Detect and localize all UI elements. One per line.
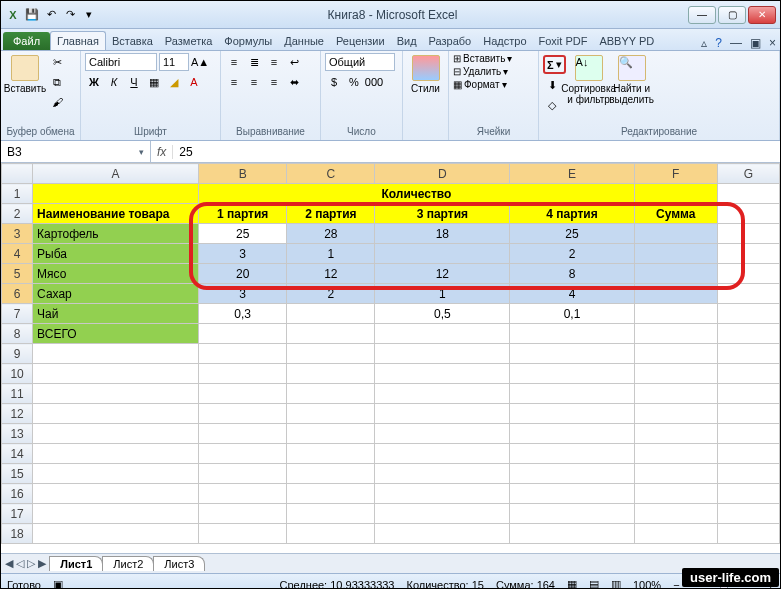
cell-E12[interactable] [510, 404, 634, 424]
sort-filter-button[interactable]: A↓ Сортировка и фильтр [569, 53, 609, 125]
zoom-percent[interactable]: 100% [633, 579, 661, 590]
cut-icon[interactable]: ✂ [48, 53, 66, 71]
cell-C17[interactable] [287, 504, 375, 524]
cell-F7[interactable] [634, 304, 717, 324]
cell-B7[interactable]: 0,3 [199, 304, 287, 324]
cell-E10[interactable] [510, 364, 634, 384]
cell-C15[interactable] [287, 464, 375, 484]
cell-B6[interactable]: 3 [199, 284, 287, 304]
clear-icon[interactable]: ◇ [543, 96, 561, 114]
bold-icon[interactable]: Ж [85, 73, 103, 91]
cell-G8[interactable] [717, 324, 779, 344]
name-box[interactable]: B3 ▾ [1, 141, 151, 162]
merge-icon[interactable]: ⬌ [285, 73, 303, 91]
row-header-9[interactable]: 9 [2, 344, 33, 364]
cell-E9[interactable] [510, 344, 634, 364]
cell-C16[interactable] [287, 484, 375, 504]
cell-C3[interactable]: 28 [287, 224, 375, 244]
cell-F10[interactable] [634, 364, 717, 384]
cell-G6[interactable] [717, 284, 779, 304]
row-header-7[interactable]: 7 [2, 304, 33, 324]
row-header-12[interactable]: 12 [2, 404, 33, 424]
cell-G17[interactable] [717, 504, 779, 524]
font-size-combo[interactable]: 11 [159, 53, 189, 71]
cell-C2[interactable]: 2 партия [287, 204, 375, 224]
cell-D10[interactable] [375, 364, 510, 384]
cell-A1[interactable] [33, 184, 199, 204]
cell-B16[interactable] [199, 484, 287, 504]
doc-close-icon[interactable]: × [765, 36, 780, 50]
cell-F1[interactable] [634, 184, 717, 204]
zoom-out-icon[interactable]: − [673, 579, 679, 590]
row-header-14[interactable]: 14 [2, 444, 33, 464]
cell-E3[interactable]: 25 [510, 224, 634, 244]
cell-E11[interactable] [510, 384, 634, 404]
fill-color-icon[interactable]: ◢ [165, 73, 183, 91]
view-normal-icon[interactable]: ▦ [567, 578, 577, 589]
cell-G15[interactable] [717, 464, 779, 484]
cell-C14[interactable] [287, 444, 375, 464]
fill-icon[interactable]: ⬇ [543, 76, 561, 94]
cell-D9[interactable] [375, 344, 510, 364]
copy-icon[interactable]: ⧉ [48, 73, 66, 91]
view-layout-icon[interactable]: ▤ [589, 578, 599, 589]
cell-D15[interactable] [375, 464, 510, 484]
row-header-18[interactable]: 18 [2, 524, 33, 544]
name-box-dropdown-icon[interactable]: ▾ [139, 147, 144, 157]
cell-A11[interactable] [33, 384, 199, 404]
cell-G4[interactable] [717, 244, 779, 264]
cell-F2[interactable]: Сумма [634, 204, 717, 224]
cell-D8[interactable] [375, 324, 510, 344]
cell-A8[interactable]: ВСЕГО [33, 324, 199, 344]
cell-C4[interactable]: 1 [287, 244, 375, 264]
row-header-6[interactable]: 6 [2, 284, 33, 304]
cell-D4[interactable] [375, 244, 510, 264]
tab-view[interactable]: Вид [391, 32, 423, 50]
cell-G1[interactable] [717, 184, 779, 204]
align-mid-icon[interactable]: ≣ [245, 53, 263, 71]
align-bot-icon[interactable]: ≡ [265, 53, 283, 71]
sheet-tab-1[interactable]: Лист1 [49, 556, 103, 571]
ribbon-min-icon[interactable]: ▵ [697, 36, 711, 50]
col-header-B[interactable]: B [199, 164, 287, 184]
styles-button[interactable]: Стили [407, 53, 444, 136]
col-header-F[interactable]: F [634, 164, 717, 184]
cell-D2[interactable]: 3 партия [375, 204, 510, 224]
format-painter-icon[interactable]: 🖌 [48, 93, 66, 111]
cell-D16[interactable] [375, 484, 510, 504]
cell-D17[interactable] [375, 504, 510, 524]
row-header-17[interactable]: 17 [2, 504, 33, 524]
cell-E5[interactable]: 8 [510, 264, 634, 284]
row-header-10[interactable]: 10 [2, 364, 33, 384]
macro-record-icon[interactable]: ▣ [53, 578, 63, 589]
tab-developer[interactable]: Разрабо [423, 32, 478, 50]
cell-C12[interactable] [287, 404, 375, 424]
close-button[interactable]: ✕ [748, 6, 776, 24]
cell-A5[interactable]: Мясо [33, 264, 199, 284]
cell-F9[interactable] [634, 344, 717, 364]
sheet-nav[interactable]: ◀ ◁ ▷ ▶ [1, 557, 50, 570]
comma-icon[interactable]: 000 [365, 73, 383, 91]
cell-A3[interactable]: Картофель [33, 224, 199, 244]
italic-icon[interactable]: К [105, 73, 123, 91]
font-color-icon[interactable]: A [185, 73, 203, 91]
cell-G5[interactable] [717, 264, 779, 284]
col-header-G[interactable]: G [717, 164, 779, 184]
cell-A9[interactable] [33, 344, 199, 364]
cell-D5[interactable]: 12 [375, 264, 510, 284]
cell-A4[interactable]: Рыба [33, 244, 199, 264]
cell-A18[interactable] [33, 524, 199, 544]
wrap-text-icon[interactable]: ↩ [285, 53, 303, 71]
align-top-icon[interactable]: ≡ [225, 53, 243, 71]
qat-more-icon[interactable]: ▾ [81, 7, 97, 23]
row-header-2[interactable]: 2 [2, 204, 33, 224]
formula-value[interactable]: 25 [173, 145, 198, 159]
cell-F12[interactable] [634, 404, 717, 424]
cell-D18[interactable] [375, 524, 510, 544]
cell-B9[interactable] [199, 344, 287, 364]
cell-G3[interactable] [717, 224, 779, 244]
cell-C8[interactable] [287, 324, 375, 344]
cell-D14[interactable] [375, 444, 510, 464]
cell-E4[interactable]: 2 [510, 244, 634, 264]
tab-home[interactable]: Главная [50, 31, 106, 50]
